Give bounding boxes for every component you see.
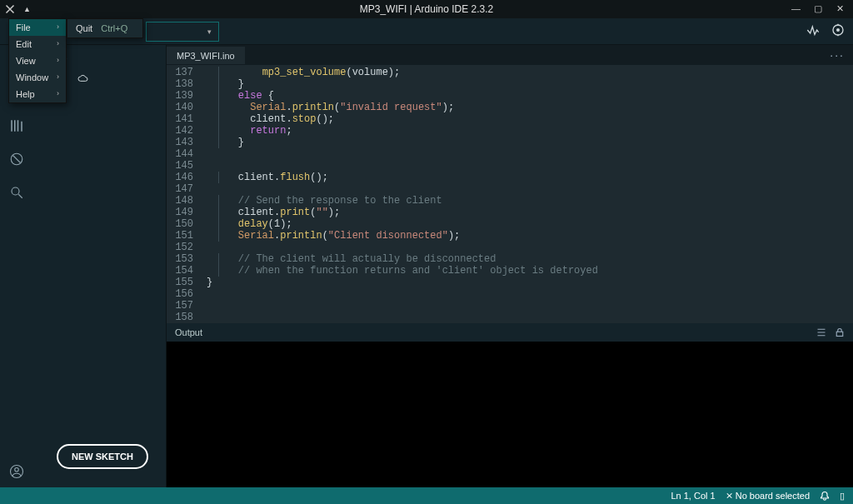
menu-item-file[interactable]: File›: [9, 19, 66, 36]
window-minimize[interactable]: —: [791, 3, 803, 13]
search-icon[interactable]: [9, 185, 24, 200]
menu-item-window[interactable]: Window›: [9, 69, 66, 86]
chevron-right-icon: ›: [57, 56, 59, 66]
chevron-right-icon: ›: [57, 22, 59, 32]
chevron-right-icon: ›: [57, 39, 59, 49]
board-status[interactable]: No board selected: [726, 491, 810, 502]
serial-monitor-icon[interactable]: [831, 23, 845, 37]
code-area[interactable]: 137 mp3_set_volume(volume);138 }139 else…: [167, 65, 853, 323]
svg-point-1: [836, 28, 840, 32]
expand-icon[interactable]: ▲: [23, 5, 31, 13]
menubar-popup: File› Edit› View› Window› Help›: [8, 18, 67, 103]
library-manager-icon[interactable]: [9, 118, 24, 133]
svg-rect-9: [836, 332, 843, 336]
file-tab[interactable]: MP3_WIFI.ino: [167, 47, 245, 64]
account-icon[interactable]: [9, 464, 24, 479]
menu-item-edit[interactable]: Edit›: [9, 36, 66, 52]
titlebar: ▲ MP3_WIFI | Arduino IDE 2.3.2 — ▢ ✕: [0, 0, 853, 18]
svg-point-5: [12, 187, 19, 195]
output-lock-icon[interactable]: [835, 327, 845, 337]
serial-plotter-icon[interactable]: [806, 23, 820, 37]
output-title: Output: [175, 327, 202, 337]
window-title: MP3_WIFI | Arduino IDE 2.3.2: [360, 3, 494, 15]
chevron-right-icon: ›: [57, 89, 59, 99]
status-close-icon[interactable]: ▯: [840, 491, 845, 502]
activity-bar: [0, 45, 33, 487]
menu-item-view[interactable]: View›: [9, 52, 66, 69]
cloud-tab-icon[interactable]: [77, 72, 90, 92]
window-close[interactable]: ✕: [836, 3, 848, 14]
app-logo-icon: [5, 4, 15, 14]
output-panel: Output: [167, 323, 853, 487]
new-sketch-button[interactable]: NEW SKETCH: [57, 444, 148, 469]
cursor-position: Ln 1, Col 1: [671, 491, 715, 501]
tabbar: MP3_WIFI.ino ···: [167, 45, 853, 65]
output-options-icon[interactable]: [816, 327, 826, 337]
chevron-right-icon: ›: [57, 72, 59, 82]
board-selector[interactable]: ▾: [146, 22, 219, 42]
editor: MP3_WIFI.ino ··· 137 mp3_set_volume(volu…: [167, 45, 853, 323]
submenu-shortcut: Ctrl+Q: [101, 23, 127, 33]
menu-item-help[interactable]: Help›: [9, 86, 66, 102]
window-maximize[interactable]: ▢: [814, 3, 826, 14]
submenu-item-quit[interactable]: Quit Ctrl+Q: [67, 19, 142, 37]
chevron-down-icon: ▾: [207, 27, 212, 36]
notification-bell-icon[interactable]: [820, 491, 830, 501]
debug-icon[interactable]: [9, 152, 24, 167]
submenu-label: Quit: [76, 23, 92, 33]
file-submenu: Quit Ctrl+Q: [67, 18, 143, 38]
svg-point-7: [15, 468, 19, 472]
statusbar: Ln 1, Col 1 No board selected ▯: [0, 487, 853, 504]
tab-overflow-icon[interactable]: ···: [830, 48, 845, 62]
sketchbook-panel: BOOK NEW SKETCH: [33, 45, 167, 487]
